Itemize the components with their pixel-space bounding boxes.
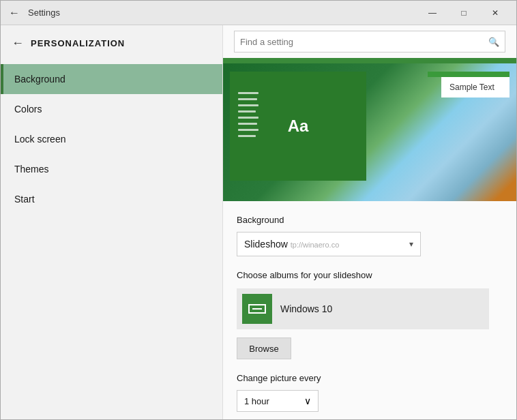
minimize-button[interactable]: — [417, 1, 448, 25]
title-bar-back-button[interactable]: ← [6, 5, 23, 21]
preview-area: Sample Text [223, 58, 516, 201]
album-icon [242, 294, 272, 324]
maximize-button[interactable]: □ [448, 1, 479, 25]
search-box[interactable]: 🔍 [234, 31, 505, 52]
choose-albums-label: Choose albums for your slideshow [237, 270, 503, 280]
nav-item-lock-screen[interactable]: Lock screen [1, 124, 222, 154]
sidebar-back-icon[interactable]: ← [12, 36, 24, 50]
window: ← Settings — □ ✕ ← PERSONALIZATION Backg… [0, 0, 517, 420]
preview-line-8 [238, 135, 256, 137]
album-name: Windows 10 [280, 303, 332, 314]
album-icon-line [252, 308, 262, 310]
preview-line-4 [238, 110, 256, 112]
content-area: ← PERSONALIZATION Background Colors Lock… [1, 25, 516, 419]
change-picture-section: Change picture every 1 hour ∨ [237, 373, 503, 412]
preview-line-2 [238, 98, 257, 100]
preview-line-6 [238, 123, 257, 125]
preview-line-7 [238, 129, 258, 131]
panel-header: 🔍 [223, 25, 516, 58]
album-item-windows10: Windows 10 [237, 288, 489, 329]
main-panel: 🔍 Sample Text [222, 25, 516, 419]
search-input[interactable] [240, 37, 488, 47]
browse-button[interactable]: Browse [237, 338, 291, 359]
preview-line-1 [238, 92, 258, 94]
preview-green-bar [428, 72, 509, 77]
preview-top-bar [223, 58, 516, 63]
settings-content: Background Slideshow tp://winaero.co ▾ C… [223, 201, 516, 419]
search-icon: 🔍 [488, 37, 499, 47]
title-bar-title: Settings [28, 7, 60, 18]
preview-window: Aa [230, 72, 366, 181]
close-button[interactable]: ✕ [479, 1, 511, 25]
preview-sample-text: Sample Text [441, 77, 509, 97]
nav-item-themes[interactable]: Themes [1, 154, 222, 184]
title-bar-controls: — □ ✕ [417, 1, 511, 25]
change-picture-dropdown-arrow: ∨ [304, 395, 311, 406]
background-dropdown[interactable]: Slideshow tp://winaero.co ▾ [237, 232, 421, 256]
sidebar-header: ← PERSONALIZATION [1, 25, 222, 64]
change-picture-dropdown[interactable]: 1 hour ∨ [237, 390, 319, 412]
preview-lines [238, 92, 258, 137]
nav-item-background[interactable]: Background [1, 64, 222, 94]
sidebar: ← PERSONALIZATION Background Colors Lock… [1, 25, 222, 419]
nav-item-colors[interactable]: Colors [1, 94, 222, 124]
change-picture-label: Change picture every [237, 373, 503, 383]
background-dropdown-arrow: ▾ [409, 239, 413, 249]
nav-item-start[interactable]: Start [1, 184, 222, 214]
preview-line-3 [238, 104, 258, 106]
change-picture-value: 1 hour [244, 396, 269, 406]
preview-desktop: Sample Text [223, 58, 516, 201]
title-bar: ← Settings — □ ✕ [1, 1, 516, 25]
background-dropdown-watermark: tp://winaero.co [291, 241, 340, 249]
sidebar-title: PERSONALIZATION [31, 38, 125, 48]
preview-line-5 [238, 117, 258, 119]
background-label: Background [237, 215, 503, 225]
background-dropdown-value: Slideshow tp://winaero.co [244, 239, 339, 250]
album-icon-inner [248, 304, 266, 314]
